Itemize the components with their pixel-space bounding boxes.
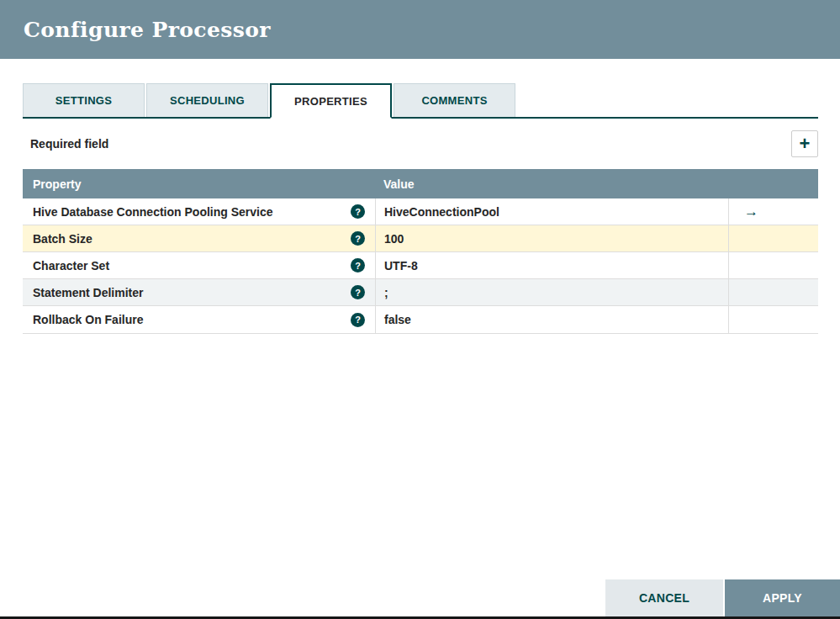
table-row[interactable]: Character Set ? UTF-8 xyxy=(23,252,818,279)
property-cell: Statement Delimiter ? xyxy=(23,279,375,305)
value-cell[interactable]: ; xyxy=(375,279,728,305)
value-cell[interactable]: UTF-8 xyxy=(375,252,728,278)
table-row[interactable]: Statement Delimiter ? ; xyxy=(23,279,818,306)
tab-settings[interactable]: SETTINGS xyxy=(23,83,145,117)
column-header-property: Property xyxy=(23,177,375,191)
value-cell[interactable]: 100 xyxy=(375,225,728,251)
property-name: Character Set xyxy=(33,259,109,272)
property-value: false xyxy=(384,313,411,326)
help-icon[interactable]: ? xyxy=(351,258,365,272)
property-value: HiveConnectionPool xyxy=(384,205,499,219)
property-cell: Character Set ? xyxy=(23,252,375,278)
column-header-value: Value xyxy=(375,177,728,191)
tab-comments[interactable]: COMMENTS xyxy=(394,83,515,117)
table-header-row: Property Value xyxy=(23,169,818,198)
goto-service-icon[interactable]: → xyxy=(744,204,758,220)
required-field-label: Required field xyxy=(23,137,108,151)
actions-cell xyxy=(728,306,818,333)
table-row[interactable]: Batch Size ? 100 xyxy=(23,225,818,252)
tab-scheduling[interactable]: SCHEDULING xyxy=(146,83,268,117)
property-value: 100 xyxy=(384,232,404,246)
plus-icon: + xyxy=(800,135,811,153)
value-cell[interactable]: false xyxy=(375,306,728,333)
property-cell: Hive Database Connection Pooling Service… xyxy=(23,198,375,225)
property-cell: Batch Size ? xyxy=(23,225,375,251)
table-row[interactable]: Rollback On Failure ? false xyxy=(23,306,818,333)
properties-table: Property Value Hive Database Connection … xyxy=(23,169,818,334)
property-value: UTF-8 xyxy=(384,259,418,272)
apply-button[interactable]: APPLY xyxy=(725,579,840,616)
property-value: ; xyxy=(384,286,388,299)
tab-bar: SETTINGS SCHEDULING PROPERTIES COMMENTS xyxy=(23,83,818,119)
help-icon[interactable]: ? xyxy=(351,204,365,219)
value-cell[interactable]: HiveConnectionPool xyxy=(375,198,728,225)
properties-toolbar: Required field + xyxy=(23,119,818,169)
help-icon[interactable]: ? xyxy=(351,313,365,327)
property-name: Batch Size xyxy=(33,232,92,246)
dialog-content: SETTINGS SCHEDULING PROPERTIES COMMENTS … xyxy=(0,83,840,334)
table-row[interactable]: Hive Database Connection Pooling Service… xyxy=(23,198,818,225)
dialog-footer: CANCEL APPLY xyxy=(605,579,840,616)
dialog-header: Configure Processor xyxy=(0,0,840,59)
tab-properties[interactable]: PROPERTIES xyxy=(270,83,392,119)
actions-cell xyxy=(728,225,818,251)
property-name: Statement Delimiter xyxy=(33,286,143,299)
add-property-button[interactable]: + xyxy=(791,130,818,157)
dialog-title: Configure Processor xyxy=(24,18,271,42)
property-cell: Rollback On Failure ? xyxy=(23,306,375,333)
actions-cell: → xyxy=(728,198,818,225)
actions-cell xyxy=(728,252,818,278)
cancel-button[interactable]: CANCEL xyxy=(605,579,723,616)
property-name: Rollback On Failure xyxy=(33,313,143,326)
help-icon[interactable]: ? xyxy=(351,285,365,299)
property-name: Hive Database Connection Pooling Service xyxy=(33,205,273,219)
actions-cell xyxy=(728,279,818,305)
help-icon[interactable]: ? xyxy=(351,231,365,246)
